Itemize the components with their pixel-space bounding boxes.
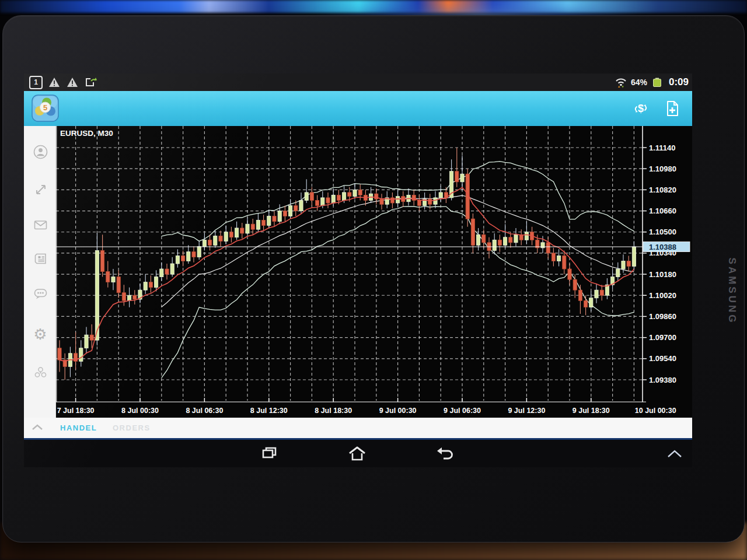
candle (525, 232, 528, 240)
time-axis-label: 8 Jul 18:30 (315, 407, 352, 415)
wifi-traffic-icon (615, 76, 627, 89)
candle (106, 272, 110, 282)
notification-count-icon: 1 (29, 76, 43, 89)
news-icon (33, 251, 48, 267)
candle (278, 211, 281, 222)
quotes-trade-button[interactable]: $ (631, 99, 650, 118)
metatrader5-logo-icon[interactable]: 5 (32, 94, 59, 122)
candle (471, 219, 474, 245)
tab-trade[interactable]: HANDEL (60, 418, 97, 438)
candle (321, 198, 324, 206)
new-order-button[interactable] (663, 99, 682, 118)
candle (439, 192, 442, 198)
candle (117, 277, 120, 293)
candle (267, 216, 271, 226)
time-axis-label: 9 Jul 06:30 (444, 407, 481, 415)
chart-area[interactable]: 1.111401.109801.108201.106601.105001.103… (56, 126, 692, 418)
candle (514, 235, 518, 243)
candle (498, 240, 501, 245)
price-axis-label: 1.10180 (649, 270, 676, 279)
price-axis-label: 1.10500 (649, 228, 676, 236)
candle (111, 277, 115, 282)
candle (208, 240, 212, 245)
android-navigation-bar (24, 440, 692, 467)
candle (187, 252, 190, 261)
price-axis-label: 1.09540 (649, 354, 676, 363)
candle (181, 256, 185, 261)
time-axis-label: 9 Jul 00:30 (379, 407, 417, 415)
expand-chevron-button[interactable] (661, 444, 688, 463)
sidebar-item-mail[interactable] (32, 216, 48, 233)
candle (144, 282, 147, 290)
candle (165, 269, 169, 274)
candle (160, 269, 163, 277)
candle (434, 198, 437, 204)
candle (600, 290, 603, 295)
candle (176, 256, 179, 264)
candle (256, 220, 260, 229)
time-axis-label: 9 Jul 18:30 (573, 407, 610, 415)
battery-icon (651, 76, 664, 88)
candle (390, 198, 394, 203)
candle (428, 199, 432, 204)
candle (482, 235, 486, 243)
candle (375, 194, 378, 199)
time-axis-label: 10 Jul 00:30 (635, 407, 676, 415)
back-button[interactable] (431, 444, 458, 463)
svg-text:5: 5 (43, 103, 47, 112)
candle (305, 192, 308, 201)
candle (235, 228, 239, 237)
warning-icon (66, 76, 79, 88)
candle (224, 232, 228, 242)
price-chart[interactable]: 1.111401.109801.108201.106601.105001.103… (56, 126, 692, 418)
svg-text:$: $ (638, 103, 644, 114)
price-axis-label: 1.10980 (649, 164, 676, 173)
chevron-up-icon (666, 449, 683, 459)
candle (460, 174, 464, 182)
candle (149, 282, 152, 288)
current-price-tag: 1.10388 (643, 242, 690, 252)
time-axis-label: 8 Jul 00:30 (121, 407, 159, 415)
collapse-panel-chevron-icon[interactable] (31, 423, 44, 433)
recent-apps-button[interactable] (256, 444, 283, 463)
candle (589, 298, 593, 307)
price-axis-label: 1.09380 (649, 376, 676, 384)
candle (551, 253, 555, 261)
warning-icon (48, 76, 61, 88)
candle (192, 252, 196, 257)
candle (380, 199, 383, 204)
sidebar-item-journal[interactable] (32, 364, 48, 380)
back-icon (435, 446, 455, 462)
candle (546, 243, 550, 253)
sidebar-item-news[interactable] (32, 250, 48, 267)
candle (343, 192, 346, 201)
app-toolbar: 5 $ (24, 91, 692, 126)
time-axis-label: 7 Jul 18:30 (57, 407, 95, 415)
candle (396, 197, 400, 203)
candle (632, 247, 636, 266)
sidebar-item-settings[interactable]: ⚙ (32, 326, 48, 342)
sidebar-item-trade[interactable] (32, 181, 48, 198)
tablet-screen: 1 64% 0:09 (24, 74, 692, 467)
svg-text:1.10388: 1.10388 (649, 243, 676, 251)
candle (595, 290, 598, 298)
candle (289, 206, 292, 216)
candle (504, 237, 507, 246)
candle (353, 190, 357, 196)
journal-icon (33, 365, 48, 380)
candle (477, 235, 480, 245)
home-button[interactable] (344, 444, 371, 463)
candle (331, 195, 335, 203)
mail-icon (33, 217, 48, 233)
candle (616, 269, 620, 277)
candle (58, 348, 61, 360)
sidebar-item-accounts[interactable] (32, 144, 48, 160)
candle (203, 240, 206, 246)
price-axis-label: 1.10660 (649, 206, 676, 215)
price-axis-label: 1.09700 (649, 333, 676, 342)
time-axis-label: 8 Jul 12:30 (250, 407, 288, 415)
tab-orders[interactable]: ORDERS (113, 418, 151, 438)
sidebar-item-chat[interactable] (32, 285, 48, 302)
trade-arrows-icon (33, 182, 48, 198)
candle (578, 290, 582, 300)
